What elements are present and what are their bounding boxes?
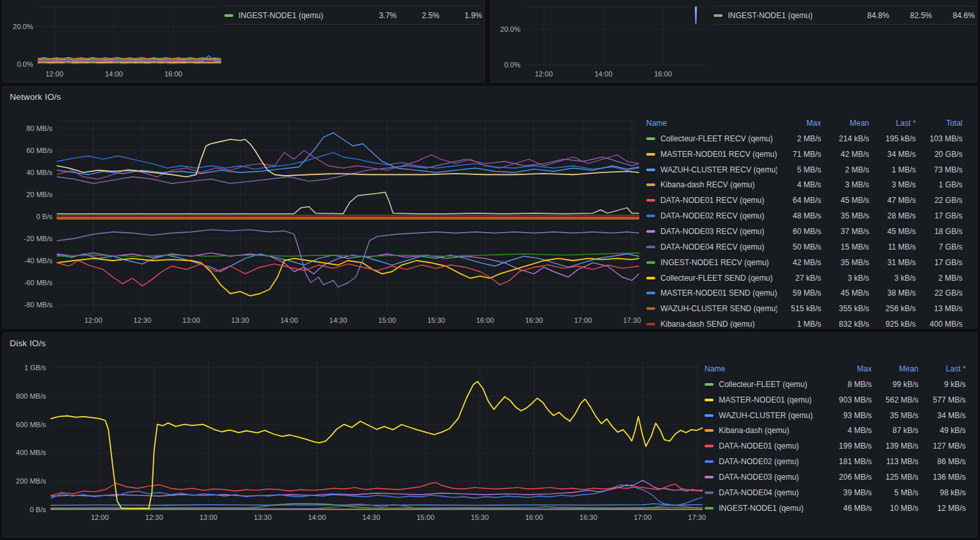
series-name[interactable]: Kibana-dash SEND (qemu) <box>646 320 777 329</box>
legend-cpu-right: INGEST-NODE1 (qemu) 84.8% 82.5% 84.6% <box>714 6 975 25</box>
series-lines-group <box>57 133 639 296</box>
x-tick-label: 12:30 <box>134 316 152 324</box>
series-color-swatch[interactable] <box>705 476 714 478</box>
series-name[interactable]: DATA-NODE04 (qemu) <box>705 488 826 497</box>
legend-value: 39 MB/s <box>826 488 872 497</box>
legend-row: DATA-NODE03 (qemu)206 MB/s125 MB/s136 MB… <box>705 469 966 485</box>
series-name[interactable]: MASTER-NODE01 RECV (qemu) <box>646 150 777 159</box>
x-tick-label: 17:00 <box>574 316 592 324</box>
legend-header-row: NameMaxMeanLast * <box>705 361 966 377</box>
x-tick-label: 14:30 <box>329 316 347 324</box>
series-color-swatch[interactable] <box>646 261 655 264</box>
legend-value: 8 MB/s <box>826 380 872 389</box>
y-tick-label: 200 MB/s <box>16 477 47 485</box>
series-color-swatch[interactable] <box>705 507 714 510</box>
series-color-swatch[interactable] <box>705 399 714 401</box>
y-tick-label: -40 MB/s <box>24 257 53 264</box>
series-name[interactable]: WAZUH-CLUSTER RECV (qemu) <box>646 165 777 174</box>
series-name[interactable]: Collecteur-FLEET (qemu) <box>705 380 826 389</box>
series-name[interactable]: WAZUH-CLUSTER (qemu) <box>705 411 826 420</box>
legend-header-max[interactable]: Max <box>777 119 821 128</box>
series-color-swatch[interactable] <box>705 414 714 417</box>
series-color-swatch[interactable] <box>646 246 655 248</box>
series-name[interactable]: Kibana-dash RECV (qemu) <box>646 180 777 189</box>
series-color-swatch[interactable] <box>646 137 655 140</box>
series-color-swatch[interactable] <box>705 491 714 494</box>
series-name[interactable]: DATA-NODE01 (qemu) <box>705 441 826 451</box>
series-line-cpu-blue-spike <box>695 7 697 24</box>
legend-row: MASTER-NODE01 (qemu)903 MB/s562 MB/s577 … <box>705 392 966 408</box>
legend-header-mean[interactable]: Mean <box>872 364 918 373</box>
legend-value: 195 kB/s <box>869 134 916 143</box>
series-name[interactable]: Collecteur-FLEET RECV (qemu) <box>646 134 777 143</box>
series-name[interactable]: MASTER-NODE01 (qemu) <box>705 395 826 405</box>
series-name[interactable]: INGEST-NODE1 (qemu) <box>705 504 826 513</box>
series-name[interactable]: INGEST-NODE1 RECV (qemu) <box>646 258 777 267</box>
legend-value: 1 GB/s <box>916 180 962 189</box>
legend-value: 5 MB/s <box>777 165 821 174</box>
series-name[interactable]: DATA-NODE02 (qemu) <box>705 457 826 466</box>
series-name[interactable]: Kibana-dash (qemu) <box>705 426 826 435</box>
series-name[interactable]: DATA-NODE03 (qemu) <box>705 473 826 482</box>
panel-title[interactable]: Disk IO/s <box>10 338 46 348</box>
series-name[interactable]: DATA-NODE01 RECV (qemu) <box>646 196 777 205</box>
series-color-swatch[interactable] <box>705 383 714 386</box>
panel-title[interactable]: Network IO/s <box>10 92 61 102</box>
legend-value-max: 84.8% <box>846 11 889 20</box>
series-color-swatch[interactable] <box>646 169 655 171</box>
legend-row: DATA-NODE01 RECV (qemu)64 MB/s45 MB/s47 … <box>646 193 962 208</box>
legend-value: 125 MB/s <box>872 473 918 482</box>
legend-value: 98 kB/s <box>918 488 966 497</box>
series-color-swatch[interactable] <box>705 429 714 432</box>
series-color-swatch[interactable] <box>705 445 714 447</box>
series-color-swatch[interactable] <box>646 183 655 186</box>
series-color-swatch <box>224 14 233 17</box>
legend-header-total[interactable]: Total <box>916 119 962 128</box>
legend-value: 562 MB/s <box>872 395 918 405</box>
legend-header-last[interactable]: Last * <box>869 119 916 128</box>
series-color-swatch[interactable] <box>646 153 655 156</box>
legend-value: 35 MB/s <box>821 258 869 267</box>
legend-value: 113 MB/s <box>872 457 918 466</box>
series-name-label: INGEST-NODE1 (qemu) <box>719 504 804 513</box>
legend-value: 45 MB/s <box>821 196 869 205</box>
series-name[interactable]: MASTER-NODE01 SEND (qemu) <box>646 288 777 298</box>
legend-header-max[interactable]: Max <box>826 364 872 373</box>
x-tick-label: 13:30 <box>254 513 272 521</box>
legend-value: 13 MB/s <box>916 304 962 313</box>
series-name[interactable]: DATA-NODE04 RECV (qemu) <box>646 242 777 252</box>
series-color-swatch[interactable] <box>646 292 655 294</box>
series-name[interactable]: Collecteur-FLEET SEND (qemu) <box>646 274 777 283</box>
series-name[interactable]: DATA-NODE03 RECV (qemu) <box>646 227 777 236</box>
series-color-swatch[interactable] <box>646 215 655 217</box>
legend-value: 37 MB/s <box>821 227 869 236</box>
series-name[interactable]: DATA-NODE02 RECV (qemu) <box>646 211 777 220</box>
legend-value: 34 MB/s <box>918 411 966 420</box>
legend-value: 28 MB/s <box>869 211 916 220</box>
series-name[interactable]: INGEST-NODE1 (qemu) <box>239 11 354 20</box>
y-tick-label: 40 MB/s <box>27 169 53 176</box>
legend-header-mean[interactable]: Mean <box>821 119 869 128</box>
legend-value: 34 MB/s <box>869 150 916 159</box>
legend-header-name[interactable]: Name <box>705 364 826 373</box>
series-color-swatch[interactable] <box>646 323 655 325</box>
x-tick-label: 17:30 <box>623 316 641 324</box>
panel-cpu-left: 20.0%0.0%12:0014:0016:00 INGEST-NODE1 (q… <box>3 0 485 82</box>
legend-header-last[interactable]: Last * <box>918 364 966 373</box>
series-name[interactable]: WAZUH-CLUSTER SEND (qemu) <box>646 304 777 313</box>
x-tick-label: 15:00 <box>417 513 435 521</box>
y-tick-label: 0 B/s <box>30 506 47 513</box>
series-color-swatch[interactable] <box>705 460 714 463</box>
axis-labels-group: 20.0%0.0%12:0014:0016:00 <box>13 23 182 78</box>
legend-row: DATA-NODE02 (qemu)181 MB/s113 MB/s86 MB/… <box>705 454 966 469</box>
series-name-label: DATA-NODE02 (qemu) <box>719 457 799 466</box>
series-color-swatch[interactable] <box>646 199 655 202</box>
series-color-swatch[interactable] <box>646 230 655 233</box>
legend-header-name[interactable]: Name <box>646 119 777 128</box>
series-color-swatch[interactable] <box>646 277 655 279</box>
series-name-label: Collecteur-FLEET SEND (qemu) <box>660 274 773 283</box>
series-color-swatch[interactable] <box>646 307 655 310</box>
x-tick-label: 14:00 <box>280 316 298 324</box>
series-name[interactable]: INGEST-NODE1 (qemu) <box>728 11 846 20</box>
x-tick-label: 17:30 <box>688 513 706 521</box>
